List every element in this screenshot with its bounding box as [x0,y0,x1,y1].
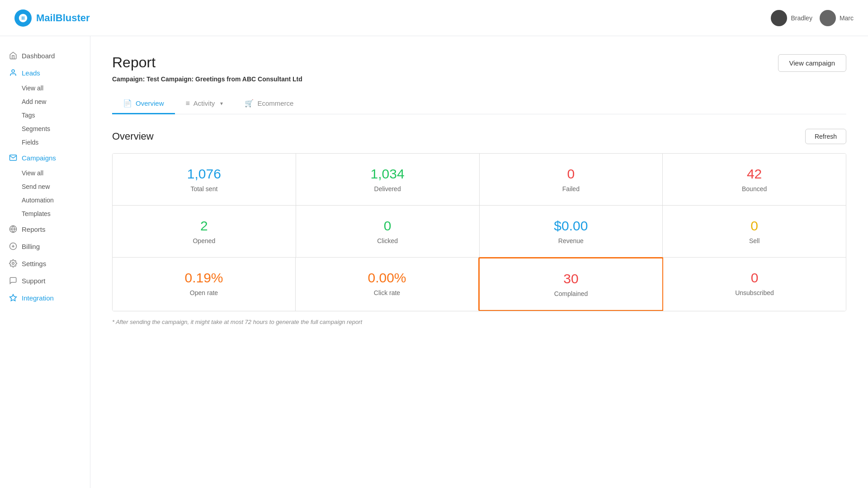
ecommerce-tab-icon: 🛒 [245,99,254,108]
logo-text: MailBluster [36,12,90,24]
stat-label-click-rate: Click rate [305,289,469,296]
stat-failed: 0 Failed [480,154,663,205]
sidebar-item-reports[interactable]: Reports [0,221,90,238]
sidebar-sub-leads-addnew[interactable]: Add new [0,95,90,108]
main-content: Report View campaign Campaign: Test Camp… [90,36,868,488]
sidebar-item-settings[interactable]: Settings [0,255,90,272]
tab-overview[interactable]: 📄 Overview [112,94,175,114]
stat-label-clicked: Clicked [305,237,470,244]
top-header: MailBluster Bradley Marc [0,0,868,36]
stat-value-click-rate: 0.00% [305,270,469,286]
sidebar: Dashboard Leads View all Add new Tags Se… [0,36,90,488]
stat-value-clicked: 0 [305,218,470,234]
sidebar-label-campaigns: Campaigns [22,154,56,162]
campaign-subtitle: Campaign: Test Campaign: Greetings from … [112,75,846,83]
stat-sell: 0 Sell [663,206,846,257]
sidebar-label-dashboard: Dashboard [22,52,55,60]
user1[interactable]: Bradley [771,10,812,26]
user2-name: Marc [840,14,854,22]
user2[interactable]: Marc [820,10,854,26]
overview-section-header: Overview Refresh [112,129,846,144]
stat-open-rate: 0.19% Open rate [113,258,296,311]
stat-value-sell: 0 [672,218,837,234]
tab-ecommerce[interactable]: 🛒 Ecommerce [234,94,304,114]
gear-icon [9,259,17,267]
logo: MailBluster [14,9,90,27]
tab-activity[interactable]: ≡ Activity ▾ [175,94,234,114]
stat-value-failed: 0 [489,166,654,182]
footnote: * After sending the campaign, it might t… [112,319,846,325]
page-title: Report [112,54,156,71]
sidebar-sub-campaigns-automation[interactable]: Automation [0,193,90,207]
stats-row-2: 2 Opened 0 Clicked $0.00 Revenue 0 Sell [113,206,846,258]
stat-label-revenue: Revenue [489,237,654,244]
stat-label-delivered: Delivered [305,185,470,192]
logo-icon [14,9,32,27]
stat-label-sell: Sell [672,237,837,244]
sidebar-item-leads[interactable]: Leads [0,64,90,81]
user1-avatar [771,10,787,26]
sidebar-sub-leads-fields[interactable]: Fields [0,136,90,149]
overview-tab-label: Overview [136,99,164,107]
stat-opened: 2 Opened [113,206,296,257]
stat-label-total-sent: Total sent [122,185,287,192]
sidebar-label-integration: Integration [22,294,54,302]
view-campaign-button[interactable]: View campaign [778,54,846,72]
sidebar-sub-leads-viewall[interactable]: View all [0,81,90,95]
stat-value-delivered: 1,034 [305,166,470,182]
logo-svg [18,13,28,23]
stat-clicked: 0 Clicked [296,206,480,257]
sidebar-sub-campaigns-viewall[interactable]: View all [0,166,90,180]
stat-label-failed: Failed [489,185,654,192]
main-layout: Dashboard Leads View all Add new Tags Se… [0,36,868,488]
stat-value-bounced: 42 [672,166,837,182]
stat-value-opened: 2 [122,218,287,234]
sidebar-item-campaigns[interactable]: Campaigns [0,149,90,166]
sidebar-item-integration[interactable]: Integration [0,289,90,306]
stats-grid: 1,076 Total sent 1,034 Delivered 0 Faile… [112,153,846,311]
activity-dropdown-icon: ▾ [220,100,223,107]
stat-delivered: 1,034 Delivered [296,154,480,205]
stats-row-1: 1,076 Total sent 1,034 Delivered 0 Faile… [113,154,846,206]
content-header: Report View campaign [112,54,846,72]
sidebar-label-leads: Leads [22,69,40,77]
sidebar-sub-leads-tags[interactable]: Tags [0,108,90,122]
sidebar-item-support[interactable]: Support [0,272,90,289]
stat-label-opened: Opened [122,237,287,244]
user-icon [9,69,17,77]
sidebar-item-dashboard[interactable]: Dashboard [0,47,90,64]
stat-label-complained: Complained [489,290,653,297]
refresh-button[interactable]: Refresh [805,129,846,144]
sidebar-sub-campaigns-templates[interactable]: Templates [0,207,90,221]
sidebar-item-billing[interactable]: Billing [0,238,90,255]
user1-name: Bradley [791,14,812,22]
sidebar-sub-campaigns-sendnew[interactable]: Send new [0,180,90,193]
sidebar-sub-leads-segments[interactable]: Segments [0,122,90,136]
stat-value-revenue: $0.00 [489,218,654,234]
activity-tab-label: Activity [193,99,215,107]
svg-point-0 [12,70,14,72]
stat-value-total-sent: 1,076 [122,166,287,182]
stat-revenue: $0.00 Revenue [480,206,663,257]
stat-total-sent: 1,076 Total sent [113,154,296,205]
stat-bounced: 42 Bounced [663,154,846,205]
globe-icon [9,225,17,233]
overview-section-title: Overview [112,131,154,142]
support-icon [9,277,17,285]
stat-value-unsubscribed: 0 [672,270,837,286]
sidebar-label-reports: Reports [22,225,46,233]
stat-value-open-rate: 0.19% [122,270,286,286]
integration-icon [9,294,17,302]
stat-complained: 30 Complained [478,257,664,311]
stats-row-3: 0.19% Open rate 0.00% Click rate 30 Comp… [113,258,846,311]
stat-label-open-rate: Open rate [122,289,286,296]
stat-label-bounced: Bounced [672,185,837,192]
stat-value-complained: 30 [489,271,653,286]
billing-icon [9,242,17,250]
stat-click-rate: 0.00% Click rate [296,258,479,311]
svg-point-6 [12,263,14,265]
stat-unsubscribed: 0 Unsubscribed [663,258,846,311]
home-icon [9,52,17,60]
sidebar-label-support: Support [22,277,46,285]
header-right: Bradley Marc [771,10,854,26]
